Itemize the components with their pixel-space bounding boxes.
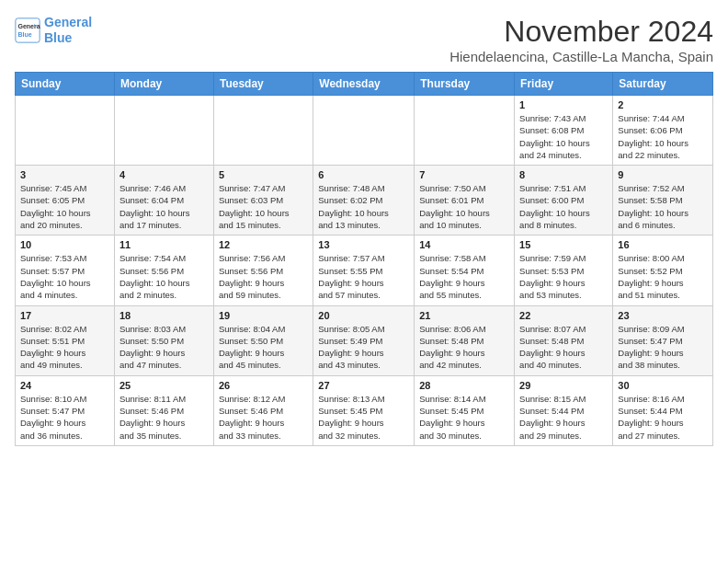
weekday-header-friday: Friday (515, 73, 613, 96)
day-info: Sunrise: 7:56 AM Sunset: 5:56 PM Dayligh… (219, 252, 308, 301)
weekday-header-saturday: Saturday (613, 73, 713, 96)
day-number: 25 (119, 380, 209, 391)
day-info: Sunrise: 7:46 AM Sunset: 6:04 PM Dayligh… (119, 182, 209, 231)
day-cell: 22Sunrise: 8:07 AM Sunset: 5:48 PM Dayli… (515, 305, 613, 375)
day-number: 13 (318, 239, 409, 250)
day-info: Sunrise: 7:51 AM Sunset: 6:00 PM Dayligh… (519, 182, 608, 231)
day-cell: 7Sunrise: 7:50 AM Sunset: 6:01 PM Daylig… (415, 166, 515, 236)
day-info: Sunrise: 7:52 AM Sunset: 5:58 PM Dayligh… (618, 182, 708, 231)
day-number: 1 (519, 99, 608, 110)
day-cell: 9Sunrise: 7:52 AM Sunset: 5:58 PM Daylig… (613, 166, 713, 236)
day-cell: 14Sunrise: 7:58 AM Sunset: 5:54 PM Dayli… (415, 236, 515, 305)
day-number: 29 (519, 380, 608, 391)
day-info: Sunrise: 8:14 AM Sunset: 5:45 PM Dayligh… (419, 393, 509, 442)
logo-text: General Blue (44, 15, 92, 46)
calendar-table: SundayMondayTuesdayWednesdayThursdayFrid… (15, 72, 713, 446)
day-cell: 12Sunrise: 7:56 AM Sunset: 5:56 PM Dayli… (213, 236, 313, 305)
weekday-header-row: SundayMondayTuesdayWednesdayThursdayFrid… (16, 73, 713, 96)
day-cell: 29Sunrise: 8:15 AM Sunset: 5:44 PM Dayli… (515, 375, 613, 445)
day-cell: 27Sunrise: 8:13 AM Sunset: 5:45 PM Dayli… (313, 375, 415, 445)
day-cell: 10Sunrise: 7:53 AM Sunset: 5:57 PM Dayli… (16, 236, 115, 305)
weekday-header-thursday: Thursday (415, 73, 515, 96)
day-info: Sunrise: 7:48 AM Sunset: 6:02 PM Dayligh… (318, 182, 409, 231)
day-cell: 21Sunrise: 8:06 AM Sunset: 5:48 PM Dayli… (415, 305, 515, 375)
title-block: November 2024 Hiendelaencina, Castille-L… (449, 15, 713, 64)
day-cell: 18Sunrise: 8:03 AM Sunset: 5:50 PM Dayli… (114, 305, 213, 375)
day-cell: 13Sunrise: 7:57 AM Sunset: 5:55 PM Dayli… (313, 236, 415, 305)
day-number: 4 (119, 169, 209, 180)
day-cell (415, 96, 515, 166)
day-info: Sunrise: 8:10 AM Sunset: 5:47 PM Dayligh… (20, 393, 109, 442)
day-info: Sunrise: 8:16 AM Sunset: 5:44 PM Dayligh… (618, 393, 708, 442)
day-number: 18 (119, 310, 209, 321)
day-info: Sunrise: 8:02 AM Sunset: 5:51 PM Dayligh… (20, 323, 109, 372)
day-cell (114, 96, 213, 166)
day-cell: 25Sunrise: 8:11 AM Sunset: 5:46 PM Dayli… (114, 375, 213, 445)
logo-icon: General Blue (15, 17, 40, 43)
day-cell: 19Sunrise: 8:04 AM Sunset: 5:50 PM Dayli… (213, 305, 313, 375)
day-info: Sunrise: 7:45 AM Sunset: 6:05 PM Dayligh… (20, 182, 109, 231)
day-info: Sunrise: 7:59 AM Sunset: 5:53 PM Dayligh… (519, 252, 608, 301)
day-number: 28 (419, 380, 509, 391)
day-cell (16, 96, 115, 166)
day-info: Sunrise: 7:57 AM Sunset: 5:55 PM Dayligh… (318, 252, 409, 301)
day-cell: 17Sunrise: 8:02 AM Sunset: 5:51 PM Dayli… (16, 305, 115, 375)
day-number: 15 (519, 239, 608, 250)
week-row-4: 17Sunrise: 8:02 AM Sunset: 5:51 PM Dayli… (16, 305, 713, 375)
svg-text:Blue: Blue (18, 31, 32, 38)
week-row-2: 3Sunrise: 7:45 AM Sunset: 6:05 PM Daylig… (16, 166, 713, 236)
logo-line2: Blue (44, 30, 72, 45)
day-number: 5 (219, 169, 308, 180)
day-number: 23 (618, 310, 708, 321)
day-cell: 1Sunrise: 7:43 AM Sunset: 6:08 PM Daylig… (515, 96, 613, 166)
day-cell: 5Sunrise: 7:47 AM Sunset: 6:03 PM Daylig… (213, 166, 313, 236)
day-info: Sunrise: 8:00 AM Sunset: 5:52 PM Dayligh… (618, 252, 708, 301)
day-cell: 2Sunrise: 7:44 AM Sunset: 6:06 PM Daylig… (613, 96, 713, 166)
day-number: 9 (618, 169, 708, 180)
day-number: 30 (618, 380, 708, 391)
day-number: 21 (419, 310, 509, 321)
day-cell: 3Sunrise: 7:45 AM Sunset: 6:05 PM Daylig… (16, 166, 115, 236)
day-cell: 30Sunrise: 8:16 AM Sunset: 5:44 PM Dayli… (613, 375, 713, 445)
day-number: 2 (618, 99, 708, 110)
day-info: Sunrise: 8:06 AM Sunset: 5:48 PM Dayligh… (419, 323, 509, 372)
day-number: 11 (119, 239, 209, 250)
day-cell: 6Sunrise: 7:48 AM Sunset: 6:02 PM Daylig… (313, 166, 415, 236)
day-info: Sunrise: 7:54 AM Sunset: 5:56 PM Dayligh… (119, 252, 209, 301)
day-info: Sunrise: 8:05 AM Sunset: 5:49 PM Dayligh… (318, 323, 409, 372)
day-number: 14 (419, 239, 509, 250)
logo-line1: General (44, 15, 92, 29)
day-cell: 15Sunrise: 7:59 AM Sunset: 5:53 PM Dayli… (515, 236, 613, 305)
week-row-3: 10Sunrise: 7:53 AM Sunset: 5:57 PM Dayli… (16, 236, 713, 305)
day-info: Sunrise: 8:07 AM Sunset: 5:48 PM Dayligh… (519, 323, 608, 372)
day-cell: 8Sunrise: 7:51 AM Sunset: 6:00 PM Daylig… (515, 166, 613, 236)
day-cell: 24Sunrise: 8:10 AM Sunset: 5:47 PM Dayli… (16, 375, 115, 445)
day-number: 16 (618, 239, 708, 250)
svg-text:General: General (18, 23, 41, 29)
day-info: Sunrise: 8:13 AM Sunset: 5:45 PM Dayligh… (318, 393, 409, 442)
day-info: Sunrise: 7:44 AM Sunset: 6:06 PM Dayligh… (618, 112, 708, 161)
day-cell: 16Sunrise: 8:00 AM Sunset: 5:52 PM Dayli… (613, 236, 713, 305)
day-cell: 4Sunrise: 7:46 AM Sunset: 6:04 PM Daylig… (114, 166, 213, 236)
weekday-header-wednesday: Wednesday (313, 73, 415, 96)
day-number: 6 (318, 169, 409, 180)
header: General Blue General Blue November 2024 … (15, 15, 713, 64)
week-row-1: 1Sunrise: 7:43 AM Sunset: 6:08 PM Daylig… (16, 96, 713, 166)
day-number: 10 (20, 239, 109, 250)
day-info: Sunrise: 7:53 AM Sunset: 5:57 PM Dayligh… (20, 252, 109, 301)
day-number: 26 (219, 380, 308, 391)
day-cell: 23Sunrise: 8:09 AM Sunset: 5:47 PM Dayli… (613, 305, 713, 375)
svg-rect-0 (16, 18, 40, 42)
day-info: Sunrise: 7:43 AM Sunset: 6:08 PM Dayligh… (519, 112, 608, 161)
day-cell: 20Sunrise: 8:05 AM Sunset: 5:49 PM Dayli… (313, 305, 415, 375)
day-number: 27 (318, 380, 409, 391)
location-title: Hiendelaencina, Castille-La Mancha, Spai… (449, 49, 713, 64)
day-info: Sunrise: 8:03 AM Sunset: 5:50 PM Dayligh… (119, 323, 209, 372)
month-title: November 2024 (449, 15, 713, 49)
day-number: 22 (519, 310, 608, 321)
day-cell (213, 96, 313, 166)
weekday-header-tuesday: Tuesday (213, 73, 313, 96)
day-number: 7 (419, 169, 509, 180)
day-number: 19 (219, 310, 308, 321)
day-number: 3 (20, 169, 109, 180)
